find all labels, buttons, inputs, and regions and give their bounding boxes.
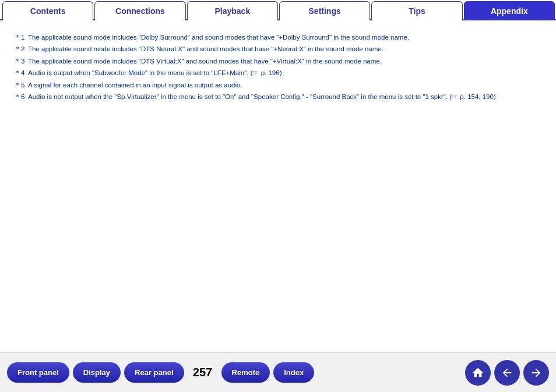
page-number: 257: [191, 366, 214, 379]
forward-button[interactable]: [523, 360, 549, 386]
footnote-1: ＊1 The applicable sound mode includes "D…: [14, 32, 542, 43]
home-icon: [471, 366, 484, 379]
footnote-5-marker: ＊5: [14, 80, 26, 90]
index-button[interactable]: Index: [273, 362, 314, 383]
front-panel-button[interactable]: Front panel: [7, 362, 69, 383]
forward-arrow-icon: [530, 366, 543, 379]
tab-tips[interactable]: Tips: [371, 1, 462, 20]
footnote-4-text: Audio is output when "Subwoofer Mode" in…: [28, 68, 282, 78]
tab-contents[interactable]: Contents: [2, 1, 93, 20]
footnote-6: ＊6 Audio is not output when the "Sp.Virt…: [14, 91, 542, 102]
main-content: ＊1 The applicable sound mode includes "D…: [0, 27, 556, 150]
footnote-2: ＊2 The applicable sound mode includes "D…: [14, 44, 542, 54]
footnote-3-text: The applicable sound mode includes "DTS …: [28, 56, 382, 66]
tab-appendix[interactable]: Appendix: [464, 1, 555, 20]
footnote-5: ＊5 A signal for each channel contained i…: [14, 80, 542, 90]
footnote-4-marker: ＊4: [14, 68, 26, 78]
top-navigation: Contents Connections Playback Settings T…: [0, 0, 556, 20]
back-arrow-icon: [501, 366, 513, 379]
home-button[interactable]: [465, 360, 491, 386]
footnote-6-marker: ＊6: [14, 91, 26, 102]
footnote-1-marker: ＊1: [14, 32, 26, 43]
footnote-2-marker: ＊2: [14, 44, 26, 54]
footnote-3: ＊3 The applicable sound mode includes "D…: [14, 56, 542, 66]
remote-button[interactable]: Remote: [221, 362, 270, 383]
footnote-5-text: A signal for each channel contained in a…: [28, 80, 242, 90]
footnote-4: ＊4 Audio is output when "Subwoofer Mode"…: [14, 68, 542, 78]
footnote-6-text: Audio is not output when the "Sp.Virtual…: [28, 91, 496, 102]
footnote-1-text: The applicable sound mode includes "Dolb…: [28, 32, 409, 43]
footnote-3-marker: ＊3: [14, 56, 26, 66]
footnote-2-text: The applicable sound mode includes "DTS …: [28, 44, 383, 54]
display-button[interactable]: Display: [73, 362, 121, 383]
tab-connections[interactable]: Connections: [94, 1, 185, 20]
tab-playback[interactable]: Playback: [187, 1, 278, 20]
back-button[interactable]: [494, 360, 520, 386]
bottom-navigation: Front panel Display Rear panel 257 Remot…: [0, 352, 556, 392]
tab-settings[interactable]: Settings: [279, 1, 370, 20]
rear-panel-button[interactable]: Rear panel: [124, 362, 184, 383]
